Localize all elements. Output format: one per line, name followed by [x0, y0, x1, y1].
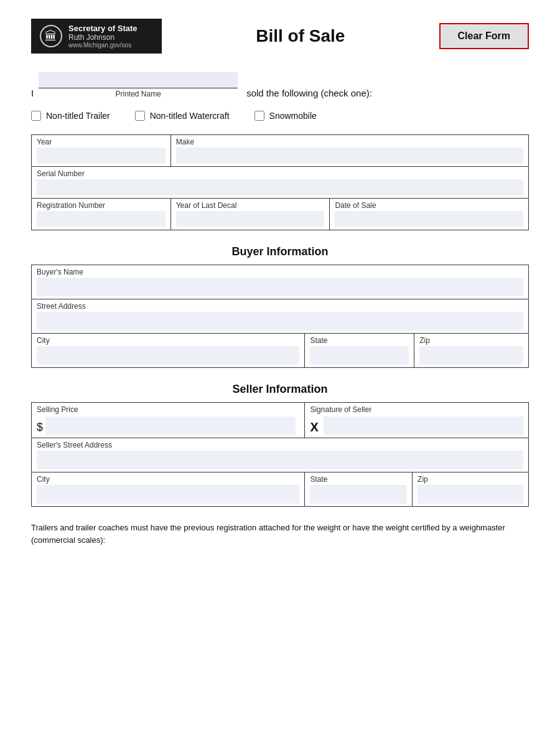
buyer-state-cell: State — [305, 334, 414, 368]
dollar-sign: $ — [37, 421, 43, 434]
last-decal-cell: Year of Last Decal — [170, 199, 330, 230]
buyer-city-cell: City — [32, 334, 305, 368]
table-row: City State Zip — [32, 334, 529, 368]
buyer-address-cell: Street Address — [32, 299, 529, 334]
vehicle-type-checkboxes: Non-titled Trailer Non-titled Watercraft… — [31, 111, 529, 121]
buyer-address-label: Street Address — [37, 302, 523, 311]
seller-section-title: Seller Information — [31, 383, 529, 396]
table-row: Buyer's Name — [32, 265, 529, 299]
vehicle-table: Year Make Serial Number Registration Num… — [31, 134, 529, 230]
seller-address-label: Seller's Street Address — [37, 441, 523, 449]
table-row: Year Make — [32, 135, 529, 167]
org-name: Secretary of State — [68, 24, 138, 33]
seller-state-input[interactable] — [310, 485, 407, 504]
selling-price-label: Selling Price — [37, 405, 299, 414]
printed-name-label: Printed Name — [115, 90, 161, 98]
buyer-name-cell: Buyer's Name — [32, 265, 529, 299]
year-label: Year — [37, 138, 166, 146]
seller-table: Selling Price $ Signature of Seller X Se… — [31, 402, 529, 507]
table-row: Registration Number Year of Last Decal D… — [32, 199, 529, 230]
page-header: 🏛 Secretary of State Ruth Johnson www.Mi… — [31, 19, 529, 54]
website-url: www.Michigan.gov/sos — [68, 42, 138, 49]
snowmobile-checkbox[interactable] — [254, 111, 264, 121]
date-of-sale-label: Date of Sale — [335, 201, 523, 210]
buyer-state-label: State — [310, 336, 409, 345]
reg-num-label: Registration Number — [37, 201, 166, 210]
sold-line: I Printed Name sold the following (check… — [31, 72, 529, 98]
seller-zip-cell: Zip — [413, 472, 528, 506]
buyer-city-input[interactable] — [37, 346, 299, 365]
buyer-section-title: Buyer Information — [31, 245, 529, 258]
year-input[interactable] — [37, 148, 166, 164]
sold-prefix: I — [31, 88, 34, 98]
table-row: Seller's Street Address — [32, 438, 529, 472]
table-row: Selling Price $ Signature of Seller X — [32, 403, 529, 438]
seller-state-label: State — [310, 475, 407, 484]
seller-address-cell: Seller's Street Address — [32, 438, 529, 472]
state-zip-inner-table: State Zip — [305, 472, 528, 506]
buyer-city-label: City — [37, 336, 299, 345]
trailer-checkbox-item[interactable]: Non-titled Trailer — [31, 111, 110, 121]
seller-city-input[interactable] — [37, 485, 299, 504]
seller-city-label: City — [37, 475, 299, 484]
state-seal-icon: 🏛 — [40, 25, 62, 47]
table-row: State Zip — [305, 472, 528, 506]
clear-form-button[interactable]: Clear Form — [439, 23, 529, 49]
seller-state-zip-cell: State Zip — [305, 472, 529, 507]
sold-suffix: sold the following (check one): — [246, 88, 372, 98]
buyer-zip-input[interactable] — [419, 346, 523, 365]
signature-label: Signature of Seller — [310, 405, 523, 414]
make-input[interactable] — [176, 148, 523, 164]
printed-name-input[interactable] — [39, 72, 238, 88]
table-row: Street Address — [32, 299, 529, 334]
serial-input[interactable] — [37, 179, 523, 195]
signature-cell: Signature of Seller X — [305, 403, 529, 438]
footer-note: Trailers and trailer coaches must have t… — [31, 522, 529, 546]
selling-price-cell: Selling Price $ — [32, 403, 305, 438]
buyer-state-input[interactable] — [310, 346, 409, 365]
make-cell: Make — [170, 135, 528, 167]
buyer-table: Buyer's Name Street Address City State Z… — [31, 265, 529, 368]
buyer-name-input[interactable] — [37, 278, 523, 296]
seller-address-input[interactable] — [37, 451, 523, 469]
year-cell: Year — [32, 135, 171, 167]
seller-state-cell: State — [305, 472, 412, 506]
buyer-zip-cell: Zip — [414, 334, 529, 368]
table-row: Serial Number — [32, 167, 529, 199]
buyer-zip-label: Zip — [419, 336, 523, 345]
date-of-sale-cell: Date of Sale — [330, 199, 529, 230]
serial-cell: Serial Number — [32, 167, 529, 199]
date-of-sale-input[interactable] — [335, 211, 523, 227]
reg-num-cell: Registration Number — [32, 199, 171, 230]
person-name: Ruth Johnson — [68, 33, 138, 42]
serial-label: Serial Number — [37, 169, 523, 178]
signature-input[interactable] — [324, 416, 523, 435]
last-decal-label: Year of Last Decal — [176, 201, 325, 210]
buyer-address-input[interactable] — [37, 312, 523, 331]
non-titled-watercraft-checkbox[interactable] — [135, 111, 145, 121]
snowmobile-label: Snowmobile — [269, 111, 317, 121]
watercraft-checkbox-item[interactable]: Non-titled Watercraft — [135, 111, 230, 121]
non-titled-trailer-checkbox[interactable] — [31, 111, 41, 121]
seller-city-cell: City — [32, 472, 305, 507]
table-row: City State Zip — [32, 472, 529, 507]
page-title: Bill of Sale — [162, 26, 439, 46]
buyer-name-label: Buyer's Name — [37, 268, 523, 276]
snowmobile-checkbox-item[interactable]: Snowmobile — [254, 111, 317, 121]
seller-zip-input[interactable] — [418, 485, 523, 504]
seller-zip-label: Zip — [418, 475, 523, 484]
watercraft-label: Non-titled Watercraft — [150, 111, 230, 121]
trailer-label: Non-titled Trailer — [46, 111, 110, 121]
x-sign: X — [310, 420, 318, 435]
logo-box: 🏛 Secretary of State Ruth Johnson www.Mi… — [31, 19, 162, 54]
logo-text: Secretary of State Ruth Johnson www.Mich… — [68, 24, 138, 49]
reg-num-input[interactable] — [37, 211, 166, 227]
make-label: Make — [176, 138, 523, 146]
selling-price-input[interactable] — [45, 416, 296, 435]
last-decal-input[interactable] — [176, 211, 325, 227]
printed-name-field-wrap: Printed Name — [39, 72, 238, 98]
